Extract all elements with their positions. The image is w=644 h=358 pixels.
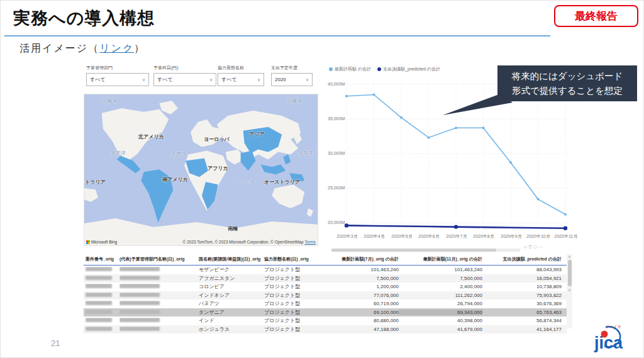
predicted-amount-cell: 16,054,921	[482, 276, 563, 281]
focus-mode-icon[interactable]: □	[534, 245, 538, 249]
type-cell: プロジェクト型	[264, 317, 325, 324]
filter-dropdown[interactable]: すべて ∨	[153, 73, 216, 86]
map-label: 大西洋	[171, 151, 186, 158]
column-header[interactable]: 最新計画額(7月)_orig の合計	[325, 256, 399, 262]
data-point	[482, 126, 485, 129]
link[interactable]: リンク	[99, 43, 134, 53]
table-visual: 案件番号_orig (代表)予算管理部門名称(日)_orig 国名称(要請国/裨…	[84, 254, 567, 333]
redacted-cell	[119, 267, 160, 271]
map-label: 北極海	[287, 98, 302, 104]
country-cell: タンザニア	[199, 309, 264, 316]
redacted-cell	[119, 276, 160, 280]
more-options-icon[interactable]: ⋯	[538, 245, 545, 249]
column-header[interactable]: 支出決議額_predicted の合計	[482, 256, 563, 262]
predicted-amount-cell: 56,874,344	[482, 318, 563, 323]
bing-logo: Microsoft Bing	[86, 240, 117, 244]
redacted-cell	[86, 310, 112, 314]
jul-amount-cell: 60,719,000	[325, 301, 399, 306]
filter-dropdown[interactable]: すべて ∨	[218, 73, 264, 86]
x-tick: 2020年5月	[387, 233, 416, 240]
table-row[interactable]: アフガニスタンプロジェクト型 7,500,0007,500,00016,054,…	[84, 274, 567, 283]
page-number: 21	[51, 338, 60, 348]
table-row-selected[interactable]: タンザニアプロジェクト型 69,100,00069,343,00065,763,…	[84, 308, 567, 317]
filter-dropdown[interactable]: すべて ∨	[86, 73, 149, 86]
jica-red-dot-icon	[601, 331, 608, 338]
chevron-down-icon: ∨	[257, 77, 260, 82]
filter-label: 予算管理部門	[86, 65, 149, 71]
column-header[interactable]: 国名称(要請国/裨益国)(日)_orig	[199, 256, 264, 262]
redacted-cell	[86, 284, 112, 288]
table-row[interactable]: コロンビアプロジェクト型 1,200,0002,400,00010,738,80…	[84, 282, 567, 291]
type-cell: プロジェクト型	[264, 300, 325, 307]
filter-budget-dept: 予算管理部門 すべて ∨	[86, 65, 149, 86]
country-cell: バヌアツ	[199, 300, 264, 307]
filter-label: 協力形態名称	[218, 65, 264, 71]
callout-line1: 将来的にはダッシュボード	[512, 69, 623, 83]
table-row[interactable]: バヌアツプロジェクト型 60,719,00026,794,00030,676,3…	[84, 299, 567, 308]
table-row[interactable]: ホンジュラスプロジェクト型 47,188,00041,679,00041,164…	[84, 325, 567, 334]
redacted-cell	[86, 267, 112, 271]
type-cell: プロジェクト型	[264, 309, 325, 316]
nov-amount-cell: 40,398,000	[399, 318, 482, 323]
data-point	[345, 223, 348, 227]
x-tick: 2020年7月	[442, 233, 471, 240]
column-header[interactable]: 最新計画額(11月)_orig の合計	[399, 256, 482, 262]
table-row[interactable]: インドネシアプロジェクト型 77,076,000111,262,00075,90…	[84, 291, 567, 300]
nov-amount-cell: 41,679,000	[399, 327, 482, 332]
column-header[interactable]: 案件番号_orig	[84, 256, 119, 262]
x-tick: 2020年8月	[469, 233, 498, 240]
jul-amount-cell: 80,880,000	[325, 318, 399, 323]
scroll-down-icon[interactable]: ∨	[568, 288, 570, 292]
chart-horizontal-scrollbar[interactable]	[331, 249, 520, 252]
filter-label: 予算科目(円)	[153, 65, 216, 71]
x-tick: 2020年3月	[333, 233, 362, 240]
subtitle-prefix: 活用イメージ（	[19, 43, 99, 53]
x-tick: 2020年10月	[524, 233, 553, 240]
scrollbar-thumb[interactable]	[331, 249, 496, 252]
chevron-down-icon: ∨	[209, 77, 213, 82]
filter-icon[interactable]: ▽	[528, 245, 533, 249]
filter-value: 2020	[275, 77, 286, 82]
table-body: モザンビークプロジェクト型 101,463,240101,463,24088,0…	[84, 266, 567, 333]
subtitle-suffix: ）	[134, 43, 145, 53]
type-cell: プロジェクト型	[264, 326, 325, 333]
jul-amount-cell: 69,100,000	[325, 310, 399, 315]
jica-text: jica	[594, 333, 623, 352]
predicted-amount-cell: 41,164,177	[482, 327, 563, 332]
country-cell: コロンビア	[199, 283, 264, 290]
predicted-amount-cell: 10,738,809	[482, 284, 563, 289]
data-point	[428, 137, 430, 139]
filter-value: すべて	[221, 76, 237, 83]
nov-amount-cell: 69,343,000	[399, 310, 482, 315]
world-map-visual[interactable]: 北極海 北極海 北アメリカ ヨーロッパ アジア 太平洋 大西洋 太平洋 アフリカ…	[84, 94, 318, 246]
redacted-cell	[86, 293, 112, 297]
redacted-cell	[119, 301, 160, 305]
country-cell: モザンビーク	[199, 266, 264, 273]
scroll-up-icon[interactable]: ∧	[568, 255, 570, 259]
map-label: 南アメリカ	[162, 176, 188, 183]
redacted-cell	[119, 327, 160, 331]
column-header[interactable]: 協力形態名称(日)_orig	[264, 256, 325, 262]
x-tick: 2020年9月	[497, 233, 526, 240]
final-report-badge: 最終報告	[554, 5, 638, 27]
jul-amount-cell: 7,500,000	[325, 276, 399, 281]
table-vertical-scrollbar[interactable]: ∧ ∨	[567, 254, 572, 328]
subtitle: 活用イメージ（リンク）	[19, 42, 145, 55]
page-title: 実務への導入構想	[13, 7, 155, 30]
redacted-cell	[86, 301, 112, 305]
column-header[interactable]: (代表)予算管理部門名称(日)_orig	[119, 256, 199, 262]
type-cell: プロジェクト型	[264, 292, 325, 299]
table-row[interactable]: インドプロジェクト型 80,880,00040,398,00056,874,34…	[84, 316, 567, 325]
nov-amount-cell: 101,463,240	[399, 267, 482, 272]
world-map	[84, 94, 318, 246]
terms-link[interactable]: Terms	[304, 240, 316, 244]
jul-amount-cell: 1,200,000	[325, 284, 399, 289]
data-point	[400, 116, 402, 119]
scrollbar-thumb[interactable]	[568, 260, 572, 286]
map-label: 南極	[228, 225, 238, 232]
filter-dropdown[interactable]: 2020 ∨	[271, 73, 313, 86]
type-cell: プロジェクト型	[264, 275, 325, 282]
table-row[interactable]: モザンビークプロジェクト型 101,463,240101,463,24088,0…	[84, 266, 567, 274]
nov-amount-cell: 111,262,000	[399, 293, 482, 298]
data-point	[564, 213, 567, 216]
